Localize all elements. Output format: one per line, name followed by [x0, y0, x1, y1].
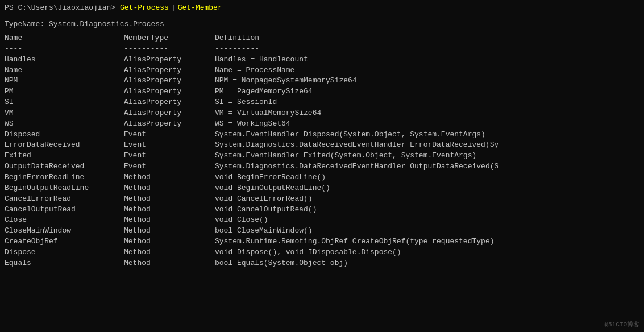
cell-definition: VM = VirtualMemorySize64	[215, 108, 639, 119]
cell-name: Name	[5, 65, 124, 76]
table-row: BeginErrorReadLineMethodvoid BeginErrorR…	[5, 172, 639, 183]
cell-definition: System.EventHandler Exited(System.Object…	[215, 151, 639, 161]
table-row: ErrorDataReceivedEventSystem.Diagnostics…	[5, 140, 639, 151]
cell-membertype: AliasProperty	[124, 119, 215, 130]
cell-membertype: Event	[124, 151, 215, 161]
sep-definition: ----------	[215, 44, 639, 55]
table-row: SIAliasPropertySI = SessionId	[5, 97, 639, 108]
cell-definition: void Dispose(), void IDisposable.Dispose…	[215, 247, 639, 258]
cell-definition: System.Runtime.Remoting.ObjRef CreateObj…	[215, 236, 639, 247]
cell-name: NPM	[5, 76, 124, 86]
cell-name: Handles	[5, 55, 124, 65]
cell-membertype: Method	[124, 194, 215, 205]
col-header-definition: Definition	[215, 33, 639, 44]
cell-name: Disposed	[5, 130, 124, 140]
cell-membertype: AliasProperty	[124, 108, 215, 119]
sep-membertype: ----------	[124, 44, 215, 55]
table-row: CancelErrorReadMethodvoid CancelErrorRea…	[5, 194, 639, 205]
cell-definition: System.Diagnostics.DataReceivedEventHand…	[215, 161, 639, 172]
cell-name: OutputDataReceived	[5, 161, 124, 172]
command-get-process: Get-Process	[120, 3, 169, 12]
table-row: ExitedEventSystem.EventHandler Exited(Sy…	[5, 151, 639, 161]
cell-name: VM	[5, 108, 124, 119]
cell-name: BeginErrorReadLine	[5, 172, 124, 183]
command-get-member: Get-Member	[178, 3, 222, 12]
cell-definition: SI = SessionId	[215, 97, 639, 108]
cell-definition: System.Diagnostics.DataReceivedEventHand…	[215, 140, 639, 151]
cell-membertype: AliasProperty	[124, 65, 215, 76]
cell-membertype: Method	[124, 226, 215, 236]
cell-name: WS	[5, 119, 124, 130]
table-row: CloseMainWindowMethodbool CloseMainWindo…	[5, 226, 639, 236]
cell-definition: void BeginOutputReadLine()	[215, 183, 639, 194]
cell-membertype: Method	[124, 258, 215, 269]
cell-membertype: Event	[124, 161, 215, 172]
cell-name: BeginOutputReadLine	[5, 183, 124, 194]
table-header: Name MemberType Definition	[5, 33, 639, 44]
table-row: NameAliasPropertyName = ProcessName	[5, 65, 639, 76]
table-row: OutputDataReceivedEventSystem.Diagnostic…	[5, 161, 639, 172]
table-row: BeginOutputReadLineMethodvoid BeginOutpu…	[5, 183, 639, 194]
cell-definition: WS = WorkingSet64	[215, 119, 639, 130]
cell-definition: NPM = NonpagedSystemMemorySize64	[215, 76, 639, 86]
table-row: DisposeMethodvoid Dispose(), void IDispo…	[5, 247, 639, 258]
cell-definition: bool CloseMainWindow()	[215, 226, 639, 236]
cell-membertype: Method	[124, 172, 215, 183]
cell-membertype: Method	[124, 247, 215, 258]
table-row: CloseMethodvoid Close()	[5, 215, 639, 226]
prompt-line: PS C:\Users\Jiaoxiaojian> Get-Process | …	[5, 2, 639, 13]
cell-membertype: AliasProperty	[124, 76, 215, 86]
col-header-name: Name	[5, 33, 124, 44]
cell-membertype: AliasProperty	[124, 86, 215, 97]
table-separator: ---- ---------- ----------	[5, 44, 639, 55]
cell-name: Exited	[5, 151, 124, 161]
typename-line: TypeName: System.Diagnostics.Process	[5, 20, 639, 28]
pipe-separator: |	[171, 3, 176, 12]
cell-membertype: Event	[124, 130, 215, 140]
cell-definition: bool Equals(System.Object obj)	[215, 258, 639, 269]
cell-definition: void BeginErrorReadLine()	[215, 172, 639, 183]
cell-name: CancelErrorRead	[5, 194, 124, 205]
cell-definition: Name = ProcessName	[215, 65, 639, 76]
table-body: HandlesAliasPropertyHandles = Handlecoun…	[5, 55, 639, 269]
table-row: VMAliasPropertyVM = VirtualMemorySize64	[5, 108, 639, 119]
table-row: NPMAliasPropertyNPM = NonpagedSystemMemo…	[5, 76, 639, 86]
table-row: DisposedEventSystem.EventHandler Dispose…	[5, 130, 639, 140]
table-row: CancelOutputReadMethodvoid CancelOutputR…	[5, 205, 639, 215]
cell-name: PM	[5, 86, 124, 97]
table-row: HandlesAliasPropertyHandles = Handlecoun…	[5, 55, 639, 65]
cell-membertype: Method	[124, 183, 215, 194]
cell-definition: System.EventHandler Disposed(System.Obje…	[215, 130, 639, 140]
prompt-text: PS C:\Users\Jiaoxiaojian>	[5, 3, 115, 12]
cell-membertype: Event	[124, 140, 215, 151]
table-row: WSAliasPropertyWS = WorkingSet64	[5, 119, 639, 130]
cell-membertype: AliasProperty	[124, 97, 215, 108]
cell-name: Close	[5, 215, 124, 226]
cell-name: SI	[5, 97, 124, 108]
cell-membertype: Method	[124, 236, 215, 247]
cell-name: CreateObjRef	[5, 236, 124, 247]
cell-definition: void Close()	[215, 215, 639, 226]
table-row: PMAliasPropertyPM = PagedMemorySize64	[5, 86, 639, 97]
terminal-window: PS C:\Users\Jiaoxiaojian> Get-Process | …	[0, 0, 644, 332]
cell-name: Dispose	[5, 247, 124, 258]
watermark: @51CTO博客	[604, 320, 639, 329]
members-table: Name MemberType Definition ---- --------…	[5, 33, 639, 269]
cell-membertype: AliasProperty	[124, 55, 215, 65]
table-row: EqualsMethodbool Equals(System.Object ob…	[5, 258, 639, 269]
cell-name: ErrorDataReceived	[5, 140, 124, 151]
cell-definition: PM = PagedMemorySize64	[215, 86, 639, 97]
col-header-membertype: MemberType	[124, 33, 215, 44]
cell-name: CloseMainWindow	[5, 226, 124, 236]
cell-definition: Handles = Handlecount	[215, 55, 639, 65]
sep-name: ----	[5, 44, 124, 55]
cell-definition: void CancelErrorRead()	[215, 194, 639, 205]
table-row: CreateObjRefMethodSystem.Runtime.Remotin…	[5, 236, 639, 247]
cell-name: Equals	[5, 258, 124, 269]
cell-definition: void CancelOutputRead()	[215, 205, 639, 215]
cell-name: CancelOutputRead	[5, 205, 124, 215]
cell-membertype: Method	[124, 205, 215, 215]
cell-membertype: Method	[124, 215, 215, 226]
